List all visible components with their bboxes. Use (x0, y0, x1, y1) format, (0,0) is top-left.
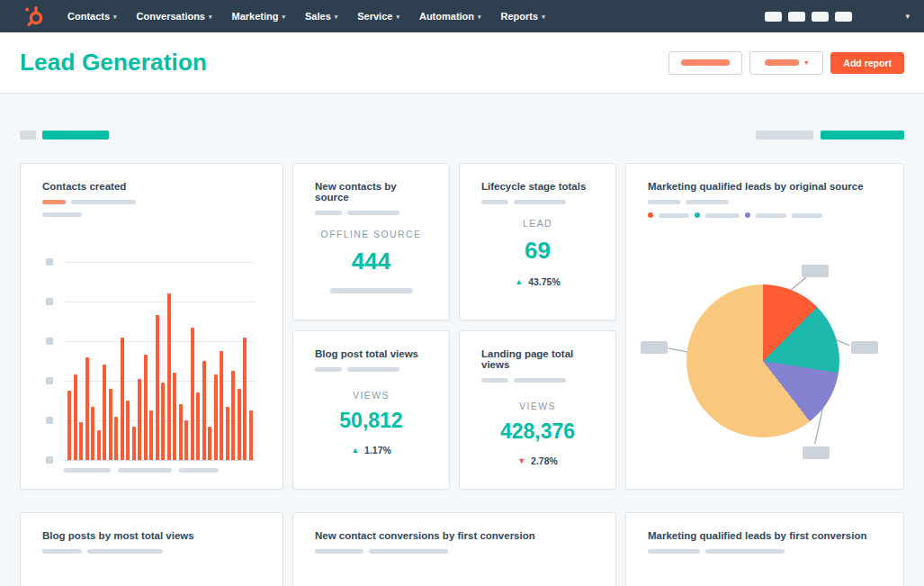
y-tick-placeholder (46, 377, 53, 384)
stat-label: VIEWS (481, 401, 594, 411)
bar (184, 420, 188, 460)
chevron-down-icon: ▾ (335, 14, 338, 21)
text-placeholder (659, 213, 689, 218)
dashboard-action-button[interactable] (668, 51, 742, 75)
chevron-down-icon: ▾ (113, 14, 117, 21)
chevron-down-icon: ▾ (478, 14, 481, 21)
filter-placeholder[interactable] (756, 131, 813, 140)
bar (79, 422, 83, 460)
bar (179, 404, 183, 460)
hubspot-dashboard: Contacts▾Conversations▾Marketing▾Sales▾S… (0, 0, 924, 586)
nav-item-conversations[interactable]: Conversations▾ (127, 0, 222, 32)
text-placeholder (705, 213, 740, 218)
pie-label-placeholder (802, 265, 829, 277)
bar (114, 417, 118, 460)
bar (121, 338, 124, 460)
subtitle-placeholder (481, 378, 594, 383)
y-tick-placeholder (46, 456, 53, 464)
text-placeholder (87, 549, 163, 554)
subtitle-placeholder (315, 211, 427, 215)
bar (126, 401, 130, 460)
text-placeholder (686, 200, 729, 204)
subtitle-placeholder (648, 549, 882, 554)
hubspot-logo-icon[interactable] (22, 5, 47, 28)
bar (167, 293, 171, 460)
nav-icon-placeholder[interactable] (765, 12, 782, 22)
text-placeholder (681, 59, 730, 66)
bar-chart-plot (64, 262, 255, 460)
text-placeholder (481, 200, 508, 204)
nav-item-contacts[interactable]: Contacts▾ (58, 0, 127, 32)
dashboard-body: Contacts created New contacts (0, 94, 924, 586)
stat-value: 428,376 (481, 419, 594, 444)
gridline (64, 460, 255, 461)
chevron-down-icon: ▾ (282, 14, 285, 21)
card-mql-by-original-source: Marketing qualified leads by original so… (625, 163, 904, 490)
pie-label-placeholder (641, 341, 668, 354)
bar (91, 407, 94, 460)
chevron-down-icon: ▾ (542, 14, 545, 21)
add-report-button[interactable]: Add report (830, 52, 904, 74)
pie-legend (648, 212, 882, 218)
legend-dot (745, 212, 750, 218)
bar (97, 430, 101, 460)
bar (214, 374, 218, 460)
y-tick-placeholder (46, 298, 53, 305)
nav-icon-placeholder[interactable] (788, 12, 805, 22)
text-placeholder (648, 549, 700, 554)
stat-label: OFFLINE SOURCE (315, 229, 427, 239)
card-landing-page-total-views: Landing page total views VIEWS 428,376 ▼… (459, 330, 616, 490)
filter-placeholder[interactable] (42, 131, 109, 140)
card-title: New contact conversions by first convers… (315, 530, 594, 541)
text-placeholder (765, 59, 799, 66)
filter-placeholder[interactable] (821, 131, 904, 140)
bar (238, 389, 241, 460)
subtitle-placeholder (315, 367, 427, 372)
legend-dot (648, 212, 653, 218)
bar (191, 328, 194, 460)
dashboard-filter-dropdown[interactable]: ▾ (749, 51, 823, 75)
card-title: Marketing qualified leads by first conve… (648, 530, 882, 541)
nav-item-sales[interactable]: Sales▾ (295, 0, 347, 32)
bar (132, 427, 136, 460)
card-title: New contacts by source (315, 181, 427, 203)
bar (161, 383, 165, 460)
top-nav: Contacts▾Conversations▾Marketing▾Sales▾S… (0, 0, 924, 32)
bar (220, 351, 223, 460)
y-tick-placeholder (46, 417, 53, 424)
pie-label-placeholder (851, 341, 878, 354)
account-chevron-down-icon[interactable]: ▾ (905, 12, 910, 21)
text-placeholder (330, 288, 413, 293)
delta-value: 43.75% (528, 276, 561, 287)
stat-block: OFFLINE SOURCE 444 (315, 229, 427, 293)
pie-chart[interactable] (686, 284, 839, 437)
nav-item-marketing[interactable]: Marketing▾ (222, 0, 295, 32)
trend-down-icon: ▼ (517, 457, 525, 465)
nav-icon-placeholder[interactable] (835, 12, 852, 22)
bar (208, 427, 211, 460)
filter-placeholder[interactable] (20, 131, 36, 140)
stat-delta: ▲ 1.17% (315, 445, 427, 455)
text-placeholder (792, 213, 822, 218)
card-title: Landing page total views (481, 348, 594, 370)
x-axis-label-placeholders (64, 468, 219, 473)
nav-item-automation[interactable]: Automation▾ (409, 0, 491, 32)
stat-value: 50,812 (315, 409, 427, 433)
stat-delta: ▼ 2.78% (481, 455, 594, 466)
bar (74, 374, 77, 460)
card-blog-posts-by-most-total-views: Blog posts by most total views (20, 512, 283, 586)
bar (226, 407, 229, 460)
header-actions: ▾ Add report (668, 51, 904, 75)
text-placeholder (369, 549, 448, 554)
nav-item-reports[interactable]: Reports▾ (491, 0, 555, 32)
pie-label-placeholder (803, 446, 830, 459)
bar-series (67, 262, 253, 460)
bar (173, 373, 176, 460)
stat-value: 69 (481, 237, 594, 265)
text-placeholder (481, 378, 508, 383)
nav-icon-placeholder[interactable] (812, 12, 829, 22)
subtitle-placeholder (42, 549, 261, 554)
trend-up-icon: ▲ (351, 446, 359, 455)
nav-item-service[interactable]: Service▾ (347, 0, 409, 32)
bar-chart[interactable] (21, 164, 283, 489)
